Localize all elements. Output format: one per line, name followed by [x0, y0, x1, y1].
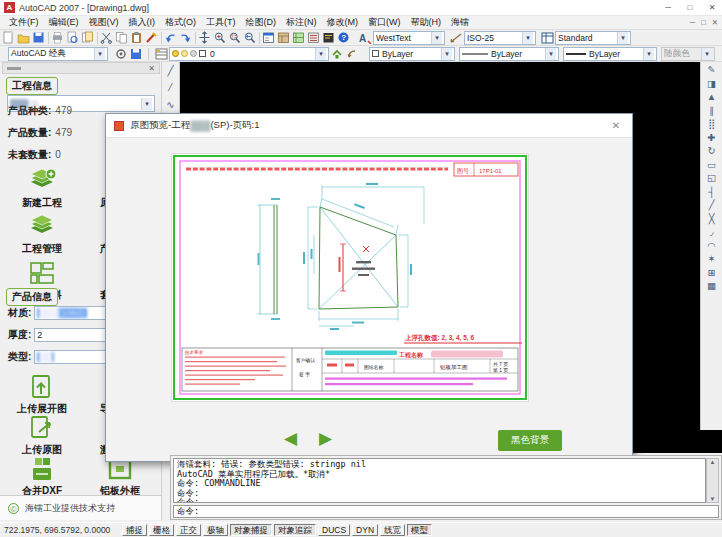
- menu-file[interactable]: 文件(F): [4, 16, 44, 29]
- layer-color-swatch[interactable]: [199, 50, 206, 57]
- toggle-snap[interactable]: 捕捉: [122, 524, 147, 536]
- color-value: ByLayer: [382, 49, 441, 59]
- toggle-model[interactable]: 模型: [407, 524, 432, 536]
- layer-freeze-icon[interactable]: [181, 50, 188, 57]
- array-tool-icon[interactable]: ⣿: [708, 118, 715, 129]
- standard-toolbar-icons[interactable]: ?: [0, 30, 352, 46]
- dialog-title-bar[interactable]: 原图预览-工程 ███ (SP)-页码:1 ✕: [106, 114, 632, 138]
- dialog-close-icon[interactable]: ✕: [608, 120, 624, 131]
- scroll-up-icon[interactable]: ▲: [710, 459, 716, 465]
- menu-hailei[interactable]: 海镭: [446, 16, 474, 29]
- menu-format[interactable]: 格式(O): [160, 16, 201, 29]
- chevron-down-icon[interactable]: ▾: [431, 32, 442, 44]
- menu-edit[interactable]: 编辑(E): [44, 16, 84, 29]
- dim-style-icon[interactable]: [449, 31, 464, 45]
- chevron-down-icon[interactable]: ▾: [522, 32, 533, 44]
- menu-tools[interactable]: 工具(T): [201, 16, 241, 29]
- trim-tool-icon[interactable]: ┤: [708, 186, 715, 197]
- stretch-tool-icon[interactable]: ◱: [707, 172, 716, 183]
- new-project-button[interactable]: 新建工程: [6, 168, 78, 212]
- scale-tool-icon[interactable]: ▭: [707, 159, 716, 170]
- workspace-save-icon[interactable]: [128, 47, 143, 61]
- command-scrollbar[interactable]: ▲▼: [706, 458, 719, 503]
- toggle-otrack[interactable]: 对象追踪: [274, 524, 316, 536]
- autocad-window: A A AutoCAD 2007 - [Drawing1.dwg] ─ □ ✕ …: [0, 0, 722, 537]
- polyline-tool-icon[interactable]: ∿: [166, 99, 174, 110]
- black-background-button[interactable]: 黑色背景: [498, 430, 562, 451]
- menu-dimension[interactable]: 标注(N): [281, 16, 322, 29]
- close-icon[interactable]: ✕: [706, 3, 718, 12]
- make-layer-current-icon[interactable]: [329, 47, 344, 61]
- layer-on-icon[interactable]: [172, 50, 179, 57]
- text-style-combo[interactable]: WestText ▾: [373, 31, 445, 45]
- prev-page-button[interactable]: ◀: [284, 430, 297, 448]
- mirror-tool-icon[interactable]: ▲: [707, 91, 716, 102]
- lineweight-combo[interactable]: ByLayer ▾: [563, 47, 657, 61]
- menu-insert[interactable]: 插入(I): [124, 16, 161, 29]
- toggle-grid[interactable]: 栅格: [149, 524, 174, 536]
- menu-modify[interactable]: 修改(M): [322, 16, 364, 29]
- upload-unfold-button[interactable]: 上传展开图: [6, 374, 78, 418]
- move-tool-icon[interactable]: ✚: [708, 132, 716, 143]
- chevron-down-icon[interactable]: ▾: [441, 48, 452, 60]
- mdi-restore-icon[interactable]: □: [701, 18, 706, 27]
- layer-previous-icon[interactable]: [344, 47, 359, 61]
- mdi-minimize-icon[interactable]: ─: [690, 18, 695, 27]
- next-page-button[interactable]: ▶: [319, 430, 332, 448]
- toggle-polar[interactable]: 极轴: [203, 524, 228, 536]
- chevron-down-icon[interactable]: ▾: [315, 48, 326, 60]
- alu-frame-button[interactable]: 铝板外框: [84, 456, 156, 500]
- mdi-close-icon[interactable]: ✕: [712, 18, 718, 27]
- panel-dock-header[interactable]: ✕: [2, 62, 160, 74]
- chevron-down-icon[interactable]: ▾: [617, 32, 628, 44]
- scroll-down-icon[interactable]: ▼: [710, 496, 716, 502]
- chevron-down-icon[interactable]: ▾: [643, 48, 654, 60]
- toggle-ortho[interactable]: 正交: [176, 524, 201, 536]
- line-tool-icon[interactable]: ╱: [167, 65, 173, 76]
- extend-tool-icon[interactable]: ╱: [709, 199, 715, 210]
- maximize-icon[interactable]: □: [684, 3, 696, 12]
- dim-style-combo[interactable]: ISO-25 ▾: [464, 31, 536, 45]
- command-input[interactable]: 命令:: [173, 505, 719, 518]
- menu-view[interactable]: 视图(V): [84, 16, 124, 29]
- toggle-lineweight[interactable]: 线宽: [380, 524, 405, 536]
- break-tool-icon[interactable]: ╳: [709, 213, 715, 224]
- chevron-down-icon[interactable]: ▾: [545, 48, 556, 60]
- join-tool-icon[interactable]: ⊞: [708, 267, 716, 278]
- rotate-tool-icon[interactable]: ↻: [708, 145, 716, 156]
- table-style-combo[interactable]: Standard ▾: [555, 31, 631, 45]
- layer-combo[interactable]: 0 ▾: [169, 47, 329, 61]
- workspace-combo[interactable]: AutoCAD 经典 ▾: [8, 47, 108, 61]
- color-combo[interactable]: ByLayer ▾: [369, 47, 455, 61]
- text-style-icon[interactable]: A: [358, 31, 373, 45]
- erase-tool-icon[interactable]: ✎: [708, 64, 716, 75]
- xline-tool-icon[interactable]: ⁄: [170, 82, 172, 93]
- chamfer-tool-icon[interactable]: ◞: [710, 226, 714, 237]
- workspace-settings-icon[interactable]: [113, 47, 128, 61]
- dock-grip-icon[interactable]: [7, 67, 21, 70]
- layer-lock-icon[interactable]: [190, 50, 197, 57]
- panel-close-icon[interactable]: ✕: [148, 64, 155, 73]
- table-style-icon[interactable]: [540, 31, 555, 45]
- linetype-combo[interactable]: ByLayer ▾: [459, 47, 559, 61]
- menu-draw[interactable]: 绘图(D): [241, 16, 282, 29]
- menu-help[interactable]: 帮助(H): [406, 16, 447, 29]
- explode-tool-icon[interactable]: ✶: [708, 253, 716, 264]
- project-manage-button[interactable]: 工程管理: [6, 214, 78, 258]
- menu-window[interactable]: 窗口(W): [363, 16, 406, 29]
- toggle-osnap[interactable]: 对象捕捉: [230, 524, 272, 536]
- command-history[interactable]: 海镭套料: 错误: 参数类型错误: stringp nil AutoCAD 菜单…: [173, 458, 706, 503]
- offset-tool-icon[interactable]: ∥: [709, 105, 714, 116]
- fillet-tool-icon[interactable]: ◠: [707, 240, 715, 251]
- minimize-icon[interactable]: ─: [662, 3, 674, 12]
- toggle-ducs[interactable]: DUCS: [318, 524, 350, 536]
- merge-dxf-button[interactable]: 合并DXF: [6, 456, 78, 500]
- toggle-dyn[interactable]: DYN: [352, 524, 378, 536]
- svg-text:A: A: [359, 33, 366, 44]
- chevron-down-icon[interactable]: ▾: [94, 48, 105, 60]
- region-tool-icon[interactable]: ▦: [707, 280, 716, 291]
- layer-manager-icon[interactable]: [154, 47, 169, 61]
- upload-original-button[interactable]: 上传原图: [6, 415, 78, 459]
- copy-tool-icon[interactable]: ◨: [707, 78, 716, 89]
- material-label: 材质:: [8, 306, 31, 320]
